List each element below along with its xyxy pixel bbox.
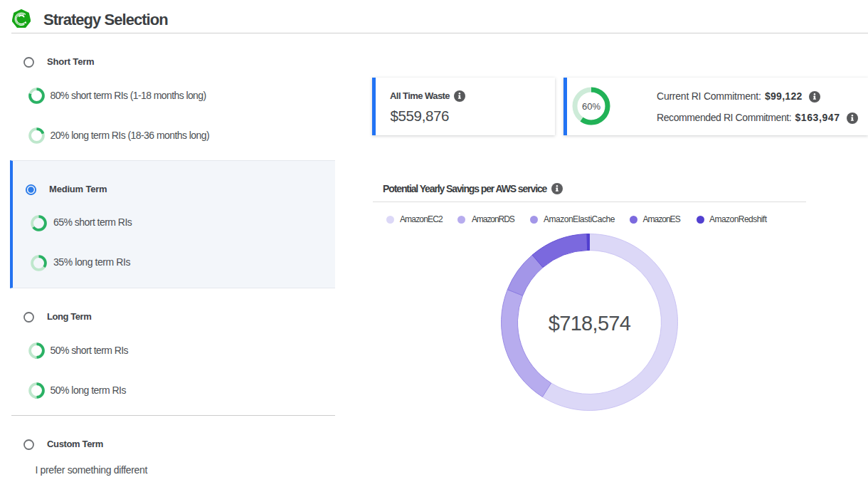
svg-text:60%: 60% (582, 101, 600, 112)
